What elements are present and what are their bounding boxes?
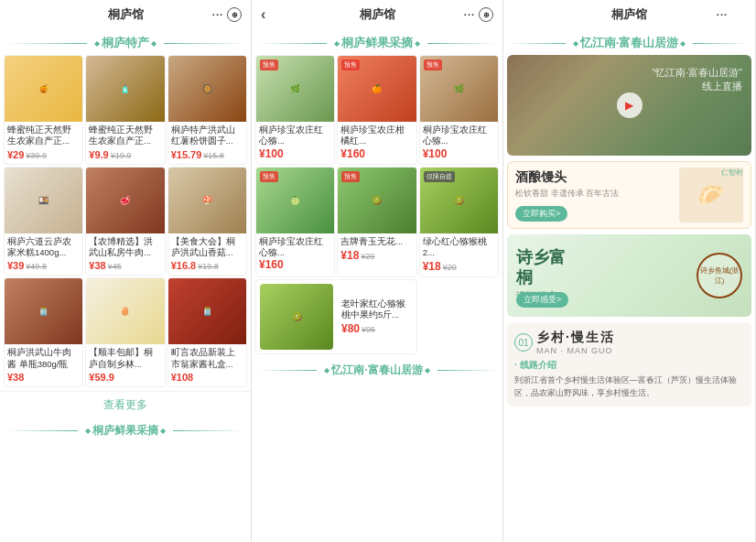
label-presale-4: 预售	[341, 171, 360, 182]
product-img-0: 🍯	[5, 56, 82, 122]
sh3-line-right	[693, 43, 750, 44]
sh3-diamond-right: ◆	[680, 39, 686, 48]
product-card-1[interactable]: 🧴 蜂蜜纯正天然野生农家自产正... ¥9.9 ¥19.9	[85, 55, 165, 165]
product-card-0[interactable]: 🍯 蜂蜜纯正天然野生农家自产正... ¥29 ¥39.9	[4, 55, 83, 165]
fruit-img-5: 仅限自提 🥝	[420, 168, 498, 233]
village-number-block: 01 乡村·慢生活 MAN · MAN GUO	[514, 330, 744, 355]
product-info-2: 桐庐特产洪武山红薯粉饼圆子... ¥15.79 ¥15.8	[168, 122, 246, 164]
fruit-price-3: ¥160	[259, 258, 331, 271]
village-label: 仁智村	[721, 168, 743, 178]
bsh2-diamond-left: ◆	[324, 366, 329, 374]
fruit-price-0: ¥100	[259, 147, 331, 160]
product-card-6[interactable]: 🫙 桐庐洪武山牛肉酱 单瓶380g/瓶 ¥38	[4, 277, 83, 387]
section-title-1: 桐庐特产	[102, 35, 149, 51]
village-section: 01 乡村·慢生活 MAN · MAN GUO · 线路介绍 到浙江省首个乡村慢…	[507, 322, 751, 406]
steamed-bun-title: 酒酿馒头	[515, 169, 679, 186]
price-row-0: ¥29 ¥39.9	[7, 149, 80, 160]
panel-2: ‹ 桐庐馆 ··· ⊕ ◆ 桐庐鲜果采摘 ◆ 预售 🌿 桐庐珍宝农庄红心猕...…	[252, 0, 503, 542]
fruit-img-4: 预售 🥝	[338, 168, 416, 233]
fruit-price-4: ¥18	[340, 249, 359, 262]
fruit-card-6[interactable]: 🥝 老叶家红心猕猴桃中果约5斤... ¥80 ¥95	[255, 279, 417, 354]
product-img-5: 🍄	[168, 168, 246, 233]
fruit-info-2: 桐庐珍宝农庄红心猕... ¥100	[420, 122, 498, 164]
fruit-card-0[interactable]: 预售 🌿 桐庐珍宝农庄红心猕... ¥100	[255, 55, 335, 165]
price-original-0: ¥39.9	[26, 151, 47, 160]
panel3-title: 桐庐馆	[611, 6, 647, 23]
status-bar-2: ‹ 桐庐馆 ··· ⊕	[252, 0, 502, 29]
product-card-5[interactable]: 🍄 【美食大会】桐庐洪武山香菇... ¥16.8 ¥19.8	[167, 167, 247, 276]
fruit-card-5[interactable]: 仅限自提 🥝 绿心红心猕猴桃2... ¥18 ¥20	[419, 167, 499, 278]
panel1-scroll[interactable]: 🍯 蜂蜜纯正天然野生农家自产正... ¥29 ¥39.9 🧴 蜂蜜纯正天然野生农…	[0, 55, 251, 542]
price-original-2: ¥15.8	[203, 151, 224, 160]
product-info-4: 【农博精选】洪武山私房牛肉... ¥38 ¥45	[86, 233, 164, 276]
products-grid: 🍯 蜂蜜纯正天然野生农家自产正... ¥29 ¥39.9 🧴 蜂蜜纯正天然野生农…	[0, 55, 251, 391]
fruit-info-1: 桐庐珍宝农庄柑橘红... ¥160	[338, 122, 416, 164]
buy-now-button[interactable]: 立即购买>	[515, 206, 567, 222]
product-card-2[interactable]: 🥘 桐庐特产洪武山红薯粉饼圆子... ¥15.79 ¥15.8	[167, 55, 247, 165]
bottom-section-header-1: ◆ 桐庐鲜果采摘 ◆	[0, 418, 251, 441]
sh2-diamond-left: ◆	[334, 39, 340, 48]
status-bar-1: 桐庐馆 ··· ⊕	[0, 0, 251, 29]
bottom-section-header-2: ◆ 忆江南·富春山居游 ◆	[252, 358, 502, 381]
steamed-bun-banner[interactable]: 酒酿馒头 松软香甜 非遗传承 百年古法 立即购买> 🥟 仁智村	[507, 161, 751, 229]
product-img-7: 🥚	[86, 278, 164, 344]
product-img-6: 🫙	[5, 278, 82, 344]
price-original-3: ¥49.8	[26, 262, 47, 271]
menu-dots-3[interactable]: ···	[717, 9, 728, 20]
diamond-left: ◆	[94, 39, 100, 48]
fruit-card-1[interactable]: 预售 🍊 桐庐珍宝农庄柑橘红... ¥160	[337, 55, 416, 165]
price-current-6: ¥38	[7, 372, 24, 383]
product-info-5: 【美食大会】桐庐洪武山香菇... ¥16.8 ¥19.8	[168, 233, 246, 276]
product-info-6: 桐庐洪武山牛肉酱 单瓶380g/瓶 ¥38	[5, 344, 82, 386]
price-row-f4: ¥18 ¥20	[340, 249, 413, 262]
label-presale-3: 预售	[260, 171, 278, 182]
fruit-card-4[interactable]: 预售 🥝 吉牌青玉无花... ¥18 ¥20	[337, 167, 416, 278]
bsh2-line-left	[257, 370, 317, 371]
product-card-4[interactable]: 🥩 【农博精选】洪武山私房牛肉... ¥38 ¥45	[85, 167, 165, 276]
menu-dots-2[interactable]: ···	[464, 9, 475, 20]
back-arrow-2[interactable]: ‹	[261, 6, 265, 23]
circle-btn-1[interactable]: ⊕	[227, 7, 242, 22]
fruit-name-6: 老叶家红心猕猴桃中果约5斤...	[341, 298, 410, 321]
product-name-0: 蜂蜜纯正天然野生农家自产正...	[7, 125, 80, 147]
product-name-7: 【顺丰包邮】桐庐自制乡林...	[89, 347, 161, 370]
more-products-btn[interactable]: 查看更多	[0, 391, 251, 418]
price-row-2: ¥15.79 ¥15.8	[171, 149, 243, 160]
product-card-8[interactable]: 🫙 町言农品新装上市翁家酱礼盒... ¥108	[167, 277, 247, 387]
fruit-card-2[interactable]: 预售 🌿 桐庐珍宝农庄红心猕... ¥100	[419, 55, 499, 165]
circle-btn-2[interactable]: ⊕	[479, 7, 493, 22]
fruit-price-2: ¥100	[423, 147, 495, 160]
product-card-7[interactable]: 🥚 【顺丰包邮】桐庐自制乡林... ¥59.9	[85, 277, 165, 387]
sh3-line-left	[509, 43, 566, 44]
fruit-price-6: ¥80	[341, 322, 360, 335]
product-info-1: 蜂蜜纯正天然野生农家自产正... ¥9.9 ¥19.9	[86, 122, 164, 164]
fruit-name-4: 吉牌青玉无花...	[340, 236, 413, 247]
product-name-8: 町言农品新装上市翁家酱礼盒...	[171, 347, 243, 370]
menu-dots-1[interactable]: ···	[212, 9, 223, 20]
bsh2-title: 忆江南·富春山居游	[331, 363, 422, 378]
label-presale-2: 预售	[424, 60, 442, 70]
product-img-4: 🥩	[86, 168, 164, 233]
product-name-5: 【美食大会】桐庐洪武山香菇...	[171, 236, 243, 259]
fruit-info-6: 老叶家红心猕猴桃中果约5斤... ¥80 ¥95	[339, 296, 413, 340]
price-original-1: ¥19.9	[111, 151, 132, 160]
label-presale-0: 预售	[260, 60, 278, 70]
video-play-button[interactable]: ▶	[617, 92, 643, 118]
scenic-feel-button[interactable]: 立即感受>	[516, 292, 568, 308]
fruit-orig-6: ¥95	[362, 325, 375, 334]
fruit-card-3[interactable]: 预售 🍈 桐庐珍宝农庄红心猕... ¥160	[255, 167, 335, 278]
panel2-scroll[interactable]: 预售 🌿 桐庐珍宝农庄红心猕... ¥100 预售 🍊 桐庐珍宝农庄柑橘红...…	[252, 55, 502, 542]
video-overlay-text: "忆江南·富春山居游" 线上直播	[652, 66, 742, 94]
route-label: · 线路介绍	[514, 359, 744, 372]
fruit-orig-4: ¥20	[361, 252, 374, 261]
panel3-scroll[interactable]: "忆江南·富春山居游" 线上直播 ▶ 酒酿馒头 松软香甜 非遗传承 百年古法 立…	[503, 55, 755, 542]
scenic-banner[interactable]: 诗乡富桐 满溢桐庐 立即感受> 诗乡鱼城(浙江)	[507, 234, 751, 317]
status-bar-3: 桐庐馆 ···	[503, 0, 755, 29]
video-banner[interactable]: "忆江南·富春山居游" 线上直播 ▶	[507, 55, 751, 156]
section-header-3: ◆ 忆江南·富春山居游 ◆	[503, 29, 755, 55]
price-row-6: ¥38	[7, 372, 80, 383]
price-row-5: ¥16.8 ¥19.8	[171, 260, 243, 271]
product-name-1: 蜂蜜纯正天然野生农家自产正...	[89, 125, 161, 147]
fruit-img-6: 🥝	[260, 284, 333, 350]
product-card-3[interactable]: 🍱 桐庐六道云庐农家米糕1400g... ¥39 ¥49.8	[4, 167, 83, 276]
